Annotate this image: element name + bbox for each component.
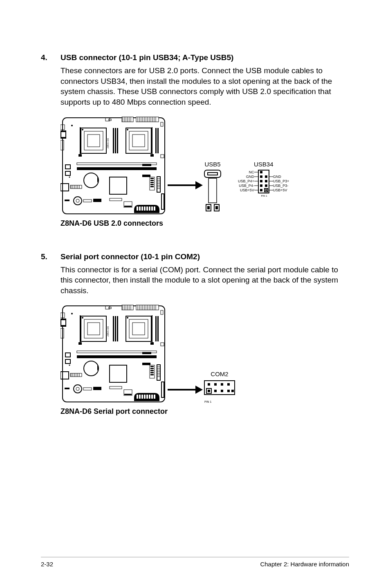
svg-rect-132 <box>214 383 217 386</box>
section-number: 4. <box>41 53 61 108</box>
usb34-header-icon: PIN 1 <box>254 169 273 198</box>
svg-rect-120 <box>260 180 262 182</box>
svg-rect-133 <box>221 383 223 386</box>
svg-rect-100 <box>204 170 221 177</box>
svg-rect-138 <box>221 390 223 392</box>
section-number: 5. <box>41 252 61 296</box>
figure-caption: Z8NA-D6 USB 2.0 connectors <box>61 219 349 228</box>
section-serial: 5. Serial port connector (10-1 pin COM2)… <box>41 252 349 296</box>
svg-rect-137 <box>214 390 217 392</box>
pin1-label: PIN 1 <box>204 400 235 403</box>
usb5-connector-icon <box>204 169 222 214</box>
section-title: Serial port connector (10-1 pin COM2) <box>61 252 349 261</box>
figure-usb-connectors: USB5 USB34 <box>61 116 349 228</box>
usb5-label: USB5 <box>204 161 222 168</box>
svg-rect-104 <box>207 206 210 209</box>
usb34-left-pins: NC GND USB_P4+ USB_P4- USB+5V <box>238 170 254 193</box>
svg-rect-126 <box>265 189 267 191</box>
motherboard-diagram-icon <box>61 116 167 216</box>
svg-rect-122 <box>260 184 262 187</box>
svg-marker-129 <box>195 386 203 394</box>
svg-rect-130 <box>204 381 235 395</box>
figure-serial-connector: COM2 PIN 1 Z8NA <box>61 304 349 416</box>
svg-rect-131 <box>208 383 210 386</box>
arrow-icon <box>167 116 204 216</box>
svg-rect-136 <box>208 390 210 392</box>
arrow-icon <box>167 304 204 404</box>
svg-marker-99 <box>195 181 203 189</box>
svg-rect-121 <box>265 180 267 182</box>
svg-rect-119 <box>265 175 267 178</box>
svg-rect-139 <box>227 390 230 392</box>
usb34-right-pins: GND USB_P3+ USB_P3- USB+5V <box>273 170 289 193</box>
svg-rect-102 <box>208 178 217 203</box>
section-text: These connectors are for USB 2.0 ports. … <box>61 65 349 108</box>
svg-text:PIN 1: PIN 1 <box>261 195 267 197</box>
motherboard-diagram-icon <box>61 304 167 404</box>
section-text: This connector is for a serial (COM) por… <box>61 265 349 296</box>
svg-rect-118 <box>260 175 262 178</box>
com2-header-icon <box>204 380 235 399</box>
chapter-label: Chapter 2: Hardware information <box>260 561 349 568</box>
svg-rect-101 <box>208 173 217 175</box>
page-footer: 2-32 Chapter 2: Hardware information <box>41 557 349 568</box>
svg-rect-117 <box>260 171 262 173</box>
page-number: 2-32 <box>41 561 53 568</box>
svg-rect-106 <box>215 206 218 209</box>
svg-rect-134 <box>227 383 230 386</box>
usb34-label: USB34 <box>238 161 289 168</box>
section-title: USB connector (10-1 pin USB34; A-Type US… <box>61 53 349 62</box>
svg-rect-124 <box>260 189 262 191</box>
com2-label: COM2 <box>204 370 235 377</box>
figure-caption: Z8NA-D6 Serial port connector <box>61 407 349 416</box>
svg-rect-123 <box>265 184 267 187</box>
section-usb: 4. USB connector (10-1 pin USB34; A-Type… <box>41 53 349 108</box>
svg-rect-140 <box>231 390 234 392</box>
